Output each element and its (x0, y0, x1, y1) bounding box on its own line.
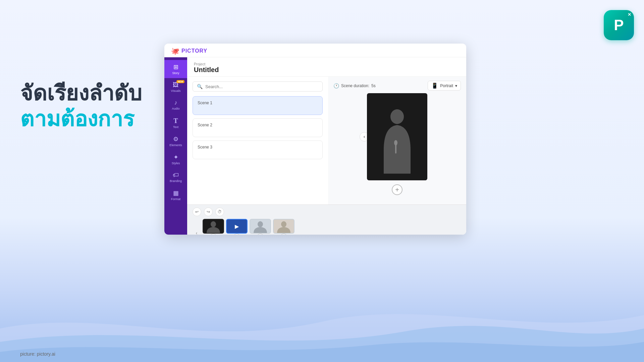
sidebar-item-elements[interactable]: ⚙ Elements (164, 132, 187, 150)
brand-name: PICTORY (181, 48, 207, 54)
preview-controls: 🕐 Scene duration: 5s 📱 Portrait ▾ (333, 81, 461, 90)
s3-add-button[interactable]: ⊕ (280, 234, 288, 235)
sidebar-item-audio[interactable]: ♪ Audio (164, 96, 187, 114)
sidebar-item-text[interactable]: T Text (164, 114, 187, 132)
project-title[interactable]: Untitled (194, 66, 460, 74)
timeline-scene-2[interactable]: ⊕ Scene 2 (250, 219, 271, 235)
plus-icon: + (395, 186, 399, 194)
portrait-label: Portrait (440, 83, 453, 88)
new-badge: NEW (176, 80, 184, 83)
intro-add-button[interactable]: ⊕ (209, 234, 217, 235)
scene-duration: 🕐 Scene duration: 5s (333, 83, 376, 88)
wave-background (0, 288, 644, 362)
scene-card-1[interactable]: Scene 1 (193, 96, 323, 115)
s1-add-button[interactable]: ⊕ (233, 234, 241, 235)
branding-icon: 🏷 (173, 172, 179, 179)
sidebar-label-elements: Elements (169, 143, 182, 147)
preview-video (367, 93, 427, 180)
scene-card-3[interactable]: Scene 3 (193, 140, 323, 159)
sidebar-label-story: Story (172, 71, 179, 75)
sidebar-label-branding: Branding (170, 179, 182, 183)
undo-button[interactable]: ↩ (193, 207, 201, 216)
thai-text-block: จัดเรียงลำดับ ตามต้องการ (20, 80, 142, 132)
sidebar-label-format: Format (171, 197, 181, 201)
svg-point-5 (211, 221, 216, 227)
search-bar[interactable]: 🔍 (193, 81, 323, 92)
picture-credit: picture: pictory.ai (20, 351, 55, 357)
sidebar: ⊞ Story NEW 🖼 Visuals ♪ Audio T Text ⚙ E… (164, 57, 187, 235)
portrait-select[interactable]: 📱 Portrait ▾ (428, 81, 461, 90)
thai-line1: จัดเรียงลำดับ (20, 80, 142, 106)
svg-point-1 (390, 109, 404, 124)
timeline-controls: ↩ ↪ ⏱ (193, 207, 461, 216)
timer-button[interactable]: ⏱ (215, 207, 224, 216)
timeline-thumb-3[interactable] (273, 219, 294, 234)
search-icon: 🔍 (197, 84, 203, 89)
portrait-device-icon: 📱 (431, 82, 438, 89)
story-icon: ⊞ (173, 63, 178, 71)
sidebar-label-visuals: Visuals (171, 89, 181, 93)
timeline-thumb-1[interactable]: ▶ (226, 219, 248, 234)
timeline-scene-1-inner: ▶ ⊕ (226, 219, 248, 235)
logo-bubble: ✕ P (604, 10, 634, 40)
sidebar-label-styles: Styles (172, 162, 180, 165)
thai-line2: ตามต้องการ (20, 106, 142, 132)
styles-icon: ✦ (173, 154, 178, 161)
project-label: Project (194, 62, 460, 66)
preview-area: 🕐 Scene duration: 5s 📱 Portrait ▾ ‹ (328, 77, 466, 204)
format-icon: ▦ (173, 189, 179, 197)
undo-icon: ↩ (195, 209, 199, 214)
audio-icon: ♪ (174, 99, 177, 106)
octopus-icon: 🐙 (171, 47, 179, 55)
timeline-scene-1[interactable]: ▶ ⊕ Scene 1 (226, 219, 248, 235)
timeline-scene-3-inner: ⊕ (273, 219, 294, 235)
timeline-track: ‹ 👁 ⊕ (193, 219, 461, 235)
elements-icon: ⚙ (173, 135, 178, 143)
timeline-thumb-2[interactable] (250, 219, 271, 234)
timeline-scene-2-inner: ⊕ (250, 219, 271, 235)
search-input[interactable] (205, 84, 318, 89)
scenes-list: 🔍 Scene 1 Scene 2 Scene 3 (187, 77, 328, 204)
speaker-silhouette (377, 100, 417, 174)
timeline-area: ↩ ↪ ⏱ ‹ 👁 (187, 204, 466, 235)
sidebar-item-branding[interactable]: 🏷 Branding (164, 168, 187, 186)
clock-icon: 🕐 (333, 83, 339, 88)
s3-thumb-svg (274, 220, 294, 233)
main-content: Project Untitled 🔍 Scene 1 Scene 2 (187, 57, 466, 235)
app-topbar: 🐙 PICTORY (164, 44, 466, 57)
sidebar-item-visuals[interactable]: NEW 🖼 Visuals (164, 78, 187, 96)
redo-button[interactable]: ↪ (204, 207, 213, 216)
sidebar-label-audio: Audio (172, 107, 179, 110)
scene-label-2: Scene 2 (198, 123, 318, 127)
app-window: 🐙 PICTORY ⊞ Story NEW 🖼 Visuals ♪ Audio … (164, 44, 466, 235)
scene-label-1: Scene 1 (198, 101, 318, 105)
add-scene-button[interactable]: + (392, 184, 402, 195)
sidebar-item-styles[interactable]: ✦ Styles (164, 150, 187, 168)
s2-add-button[interactable]: ⊕ (256, 234, 264, 235)
scene-duration-value: 5s (371, 83, 376, 88)
play-overlay: ▶ (227, 220, 247, 233)
timeline-prev-button[interactable]: ‹ (193, 229, 201, 235)
timeline-scene-intro[interactable]: 👁 ⊕ Intro scene (203, 219, 224, 235)
timer-icon: ⏱ (218, 209, 222, 214)
s2-thumb-svg (250, 220, 270, 233)
sidebar-item-format[interactable]: ▦ Format (164, 186, 187, 204)
svg-point-9 (281, 221, 286, 227)
redo-icon: ↪ (207, 209, 210, 214)
sidebar-item-story[interactable]: ⊞ Story (164, 60, 187, 78)
app-body: ⊞ Story NEW 🖼 Visuals ♪ Audio T Text ⚙ E… (164, 57, 466, 235)
timeline-scene-intro-inner: 👁 ⊕ (203, 219, 224, 235)
svg-point-7 (258, 221, 263, 227)
text-icon: T (173, 117, 178, 125)
sidebar-label-text: Text (173, 125, 179, 129)
pictory-corner-logo: ✕ P (604, 10, 634, 40)
svg-point-3 (394, 140, 397, 145)
timeline-scene-3[interactable]: ⊕ Scene 3 (273, 219, 294, 235)
pictory-brand: 🐙 PICTORY (171, 47, 207, 55)
scene-label-3: Scene 3 (198, 145, 318, 149)
scene-card-2[interactable]: Scene 2 (193, 118, 323, 137)
scenes-panel: 🔍 Scene 1 Scene 2 Scene 3 (187, 77, 466, 204)
close-icon[interactable]: ✕ (628, 12, 631, 17)
preview-video-container: ‹ (367, 93, 427, 180)
timeline-thumb-intro[interactable] (203, 219, 224, 234)
